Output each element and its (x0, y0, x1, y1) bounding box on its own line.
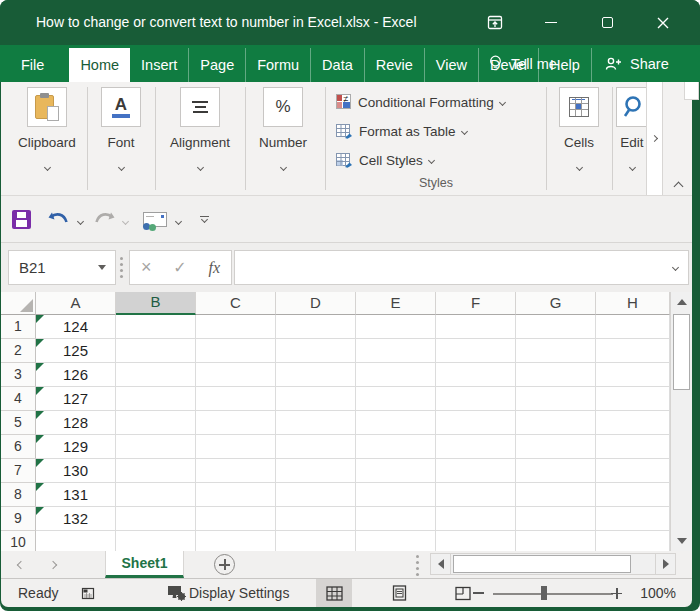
row-header-10[interactable]: 10 (1, 531, 36, 551)
cell-H3[interactable] (596, 363, 670, 387)
cell-D1[interactable] (276, 315, 356, 339)
format-as-table-button[interactable]: Format as Table (336, 120, 467, 142)
cell-H7[interactable] (596, 459, 670, 483)
menu-tab-data[interactable]: Data (310, 48, 364, 82)
column-header-E[interactable]: E (356, 292, 436, 315)
cell-F6[interactable] (436, 435, 516, 459)
cell-E7[interactable] (356, 459, 436, 483)
mail-recipient-button[interactable] (143, 212, 169, 227)
cell-F10[interactable] (436, 531, 516, 551)
cell-E3[interactable] (356, 363, 436, 387)
scroll-left-button[interactable] (431, 554, 451, 574)
cell-B5[interactable] (116, 411, 196, 435)
horizontal-scrollbar[interactable] (430, 553, 676, 575)
enter-icon[interactable]: ✓ (173, 258, 186, 277)
redo-dropdown[interactable] (123, 210, 128, 228)
horizontal-scrollbar-thumb[interactable] (453, 555, 631, 573)
cell-D7[interactable] (276, 459, 356, 483)
cell-B10[interactable] (116, 531, 196, 551)
number-group-button[interactable]: % Number (249, 87, 317, 174)
menu-tab-file[interactable]: File (10, 48, 55, 82)
cell-F4[interactable] (436, 387, 516, 411)
cell-E6[interactable] (356, 435, 436, 459)
cell-A2[interactable]: 125 (36, 339, 116, 363)
scroll-down-button[interactable] (671, 531, 692, 551)
cell-E10[interactable] (356, 531, 436, 551)
cell-D6[interactable] (276, 435, 356, 459)
vertical-scrollbar-thumb[interactable] (673, 314, 690, 390)
undo-dropdown[interactable] (78, 210, 83, 228)
cell-G5[interactable] (516, 411, 596, 435)
zoom-slider-track[interactable] (493, 593, 613, 595)
insert-function-icon[interactable]: fx (209, 259, 221, 277)
conditional-formatting-button[interactable]: ≠ Conditional Formatting (336, 91, 505, 113)
cell-C6[interactable] (196, 435, 276, 459)
collapse-ribbon-button[interactable] (667, 179, 689, 193)
cell-C9[interactable] (196, 507, 276, 531)
cell-C7[interactable] (196, 459, 276, 483)
cell-F7[interactable] (436, 459, 516, 483)
column-header-F[interactable]: F (436, 292, 516, 315)
row-header-2[interactable]: 2 (1, 339, 36, 363)
name-box-dropdown-icon[interactable] (98, 265, 106, 270)
cell-G2[interactable] (516, 339, 596, 363)
display-settings-button[interactable]: Display Settings (167, 579, 289, 607)
cell-G7[interactable] (516, 459, 596, 483)
font-group-button[interactable]: A Font (91, 87, 151, 174)
cell-A9[interactable]: 132 (36, 507, 116, 531)
tell-me-button[interactable]: Tell me (488, 45, 557, 82)
row-header-6[interactable]: 6 (1, 435, 36, 459)
undo-button[interactable] (47, 211, 71, 228)
cell-G10[interactable] (516, 531, 596, 551)
cell-A3[interactable]: 126 (36, 363, 116, 387)
cell-H6[interactable] (596, 435, 670, 459)
expand-formula-bar-icon[interactable] (672, 264, 679, 271)
column-header-B[interactable]: B (116, 292, 196, 315)
cancel-icon[interactable]: × (141, 257, 152, 278)
cell-E4[interactable] (356, 387, 436, 411)
row-header-8[interactable]: 8 (1, 483, 36, 507)
cell-B4[interactable] (116, 387, 196, 411)
cell-A8[interactable]: 131 (36, 483, 116, 507)
new-sheet-button[interactable] (214, 554, 235, 575)
normal-view-button[interactable] (316, 579, 352, 607)
cell-C1[interactable] (196, 315, 276, 339)
save-button[interactable] (12, 210, 31, 229)
cell-H4[interactable] (596, 387, 670, 411)
cell-A4[interactable]: 127 (36, 387, 116, 411)
sheet-tab-sheet1[interactable]: Sheet1 (105, 551, 184, 578)
cell-A6[interactable]: 129 (36, 435, 116, 459)
cell-D9[interactable] (276, 507, 356, 531)
menu-tab-view[interactable]: View (424, 48, 478, 82)
menu-tab-page[interactable]: Page (188, 48, 245, 82)
cell-B2[interactable] (116, 339, 196, 363)
page-layout-view-button[interactable] (381, 579, 417, 607)
cells-group-button[interactable]: Cells (550, 87, 608, 174)
zoom-level-button[interactable]: 100% (634, 579, 676, 607)
macro-record-button[interactable] (80, 579, 96, 607)
cell-C2[interactable] (196, 339, 276, 363)
name-box[interactable]: B21 (8, 250, 116, 285)
row-header-9[interactable]: 9 (1, 507, 36, 531)
cell-G8[interactable] (516, 483, 596, 507)
cell-F8[interactable] (436, 483, 516, 507)
cell-C10[interactable] (196, 531, 276, 551)
column-header-H[interactable]: H (596, 292, 670, 315)
redo-button[interactable] (92, 211, 116, 228)
row-header-1[interactable]: 1 (1, 315, 36, 339)
cell-E2[interactable] (356, 339, 436, 363)
cell-A1[interactable]: 124 (36, 315, 116, 339)
cell-H1[interactable] (596, 315, 670, 339)
cell-G9[interactable] (516, 507, 596, 531)
close-button[interactable] (645, 0, 681, 45)
column-header-C[interactable]: C (196, 292, 276, 315)
cell-E8[interactable] (356, 483, 436, 507)
column-header-D[interactable]: D (276, 292, 356, 315)
cell-F9[interactable] (436, 507, 516, 531)
minimize-button[interactable] (533, 0, 569, 45)
cell-B9[interactable] (116, 507, 196, 531)
previous-sheet-button[interactable] (18, 551, 42, 578)
alignment-group-button[interactable]: Alignment (159, 87, 241, 174)
cell-H5[interactable] (596, 411, 670, 435)
cell-B6[interactable] (116, 435, 196, 459)
